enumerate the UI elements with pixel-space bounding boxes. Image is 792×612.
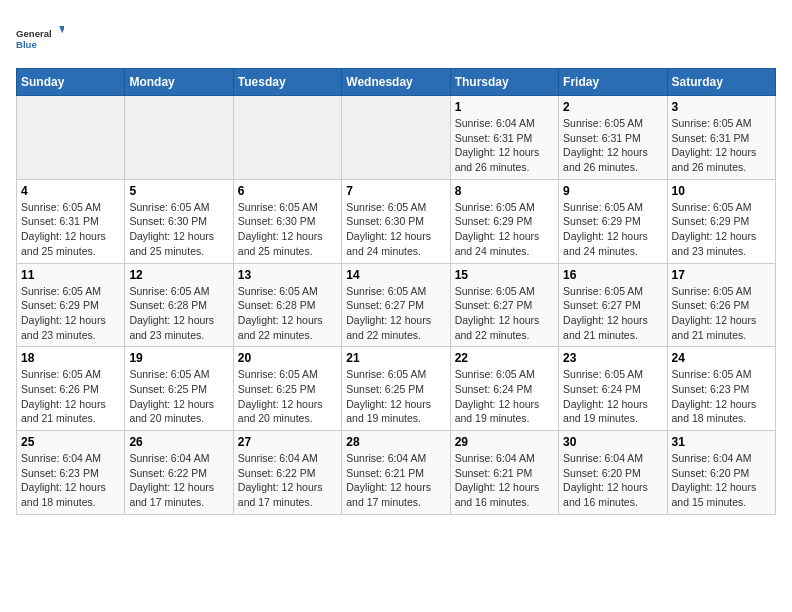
calendar-cell: 8Sunrise: 6:05 AM Sunset: 6:29 PM Daylig… xyxy=(450,179,558,263)
header-day-saturday: Saturday xyxy=(667,69,775,96)
day-info: Sunrise: 6:05 AM Sunset: 6:27 PM Dayligh… xyxy=(346,284,445,343)
day-number: 30 xyxy=(563,435,662,449)
day-number: 31 xyxy=(672,435,771,449)
calendar-cell: 21Sunrise: 6:05 AM Sunset: 6:25 PM Dayli… xyxy=(342,347,450,431)
calendar-cell: 3Sunrise: 6:05 AM Sunset: 6:31 PM Daylig… xyxy=(667,96,775,180)
calendar-cell: 31Sunrise: 6:04 AM Sunset: 6:20 PM Dayli… xyxy=(667,431,775,515)
calendar-week-row-1: 1Sunrise: 6:04 AM Sunset: 6:31 PM Daylig… xyxy=(17,96,776,180)
calendar-cell: 10Sunrise: 6:05 AM Sunset: 6:29 PM Dayli… xyxy=(667,179,775,263)
day-info: Sunrise: 6:04 AM Sunset: 6:21 PM Dayligh… xyxy=(346,451,445,510)
day-info: Sunrise: 6:05 AM Sunset: 6:31 PM Dayligh… xyxy=(21,200,120,259)
header-day-friday: Friday xyxy=(559,69,667,96)
day-info: Sunrise: 6:05 AM Sunset: 6:25 PM Dayligh… xyxy=(238,367,337,426)
day-info: Sunrise: 6:05 AM Sunset: 6:26 PM Dayligh… xyxy=(672,284,771,343)
day-number: 17 xyxy=(672,268,771,282)
header-day-tuesday: Tuesday xyxy=(233,69,341,96)
calendar-cell xyxy=(233,96,341,180)
day-info: Sunrise: 6:05 AM Sunset: 6:27 PM Dayligh… xyxy=(563,284,662,343)
calendar-cell: 18Sunrise: 6:05 AM Sunset: 6:26 PM Dayli… xyxy=(17,347,125,431)
day-info: Sunrise: 6:04 AM Sunset: 6:31 PM Dayligh… xyxy=(455,116,554,175)
header-day-wednesday: Wednesday xyxy=(342,69,450,96)
calendar-table: SundayMondayTuesdayWednesdayThursdayFrid… xyxy=(16,68,776,515)
calendar-cell: 14Sunrise: 6:05 AM Sunset: 6:27 PM Dayli… xyxy=(342,263,450,347)
calendar-cell: 15Sunrise: 6:05 AM Sunset: 6:27 PM Dayli… xyxy=(450,263,558,347)
day-info: Sunrise: 6:04 AM Sunset: 6:20 PM Dayligh… xyxy=(672,451,771,510)
day-number: 3 xyxy=(672,100,771,114)
calendar-cell: 29Sunrise: 6:04 AM Sunset: 6:21 PM Dayli… xyxy=(450,431,558,515)
day-info: Sunrise: 6:05 AM Sunset: 6:29 PM Dayligh… xyxy=(455,200,554,259)
calendar-cell: 24Sunrise: 6:05 AM Sunset: 6:23 PM Dayli… xyxy=(667,347,775,431)
calendar-cell: 23Sunrise: 6:05 AM Sunset: 6:24 PM Dayli… xyxy=(559,347,667,431)
day-number: 1 xyxy=(455,100,554,114)
header: General Blue xyxy=(16,16,776,60)
calendar-header-row: SundayMondayTuesdayWednesdayThursdayFrid… xyxy=(17,69,776,96)
logo-icon: General Blue xyxy=(16,16,64,60)
day-number: 19 xyxy=(129,351,228,365)
day-info: Sunrise: 6:05 AM Sunset: 6:29 PM Dayligh… xyxy=(563,200,662,259)
calendar-cell: 25Sunrise: 6:04 AM Sunset: 6:23 PM Dayli… xyxy=(17,431,125,515)
calendar-cell: 30Sunrise: 6:04 AM Sunset: 6:20 PM Dayli… xyxy=(559,431,667,515)
day-info: Sunrise: 6:05 AM Sunset: 6:25 PM Dayligh… xyxy=(129,367,228,426)
day-info: Sunrise: 6:05 AM Sunset: 6:23 PM Dayligh… xyxy=(672,367,771,426)
header-day-sunday: Sunday xyxy=(17,69,125,96)
day-info: Sunrise: 6:05 AM Sunset: 6:27 PM Dayligh… xyxy=(455,284,554,343)
day-info: Sunrise: 6:05 AM Sunset: 6:28 PM Dayligh… xyxy=(129,284,228,343)
header-day-monday: Monday xyxy=(125,69,233,96)
day-info: Sunrise: 6:04 AM Sunset: 6:20 PM Dayligh… xyxy=(563,451,662,510)
day-number: 16 xyxy=(563,268,662,282)
day-number: 6 xyxy=(238,184,337,198)
calendar-cell: 27Sunrise: 6:04 AM Sunset: 6:22 PM Dayli… xyxy=(233,431,341,515)
day-number: 26 xyxy=(129,435,228,449)
day-info: Sunrise: 6:05 AM Sunset: 6:24 PM Dayligh… xyxy=(455,367,554,426)
day-number: 7 xyxy=(346,184,445,198)
day-info: Sunrise: 6:05 AM Sunset: 6:29 PM Dayligh… xyxy=(21,284,120,343)
calendar-cell: 4Sunrise: 6:05 AM Sunset: 6:31 PM Daylig… xyxy=(17,179,125,263)
calendar-cell: 11Sunrise: 6:05 AM Sunset: 6:29 PM Dayli… xyxy=(17,263,125,347)
calendar-cell: 2Sunrise: 6:05 AM Sunset: 6:31 PM Daylig… xyxy=(559,96,667,180)
header-day-thursday: Thursday xyxy=(450,69,558,96)
svg-text:General: General xyxy=(16,28,52,39)
day-info: Sunrise: 6:05 AM Sunset: 6:28 PM Dayligh… xyxy=(238,284,337,343)
calendar-cell xyxy=(17,96,125,180)
day-number: 23 xyxy=(563,351,662,365)
calendar-cell: 19Sunrise: 6:05 AM Sunset: 6:25 PM Dayli… xyxy=(125,347,233,431)
day-info: Sunrise: 6:04 AM Sunset: 6:22 PM Dayligh… xyxy=(238,451,337,510)
calendar-cell: 9Sunrise: 6:05 AM Sunset: 6:29 PM Daylig… xyxy=(559,179,667,263)
day-info: Sunrise: 6:05 AM Sunset: 6:25 PM Dayligh… xyxy=(346,367,445,426)
day-number: 21 xyxy=(346,351,445,365)
day-info: Sunrise: 6:05 AM Sunset: 6:30 PM Dayligh… xyxy=(129,200,228,259)
day-info: Sunrise: 6:05 AM Sunset: 6:30 PM Dayligh… xyxy=(346,200,445,259)
calendar-cell: 20Sunrise: 6:05 AM Sunset: 6:25 PM Dayli… xyxy=(233,347,341,431)
day-info: Sunrise: 6:05 AM Sunset: 6:31 PM Dayligh… xyxy=(672,116,771,175)
day-number: 20 xyxy=(238,351,337,365)
svg-marker-2 xyxy=(59,26,64,33)
calendar-cell: 28Sunrise: 6:04 AM Sunset: 6:21 PM Dayli… xyxy=(342,431,450,515)
day-number: 28 xyxy=(346,435,445,449)
day-number: 29 xyxy=(455,435,554,449)
day-info: Sunrise: 6:05 AM Sunset: 6:29 PM Dayligh… xyxy=(672,200,771,259)
calendar-cell xyxy=(125,96,233,180)
day-info: Sunrise: 6:05 AM Sunset: 6:31 PM Dayligh… xyxy=(563,116,662,175)
calendar-cell: 17Sunrise: 6:05 AM Sunset: 6:26 PM Dayli… xyxy=(667,263,775,347)
day-number: 14 xyxy=(346,268,445,282)
svg-text:Blue: Blue xyxy=(16,39,37,50)
day-number: 27 xyxy=(238,435,337,449)
calendar-week-row-4: 18Sunrise: 6:05 AM Sunset: 6:26 PM Dayli… xyxy=(17,347,776,431)
day-info: Sunrise: 6:05 AM Sunset: 6:30 PM Dayligh… xyxy=(238,200,337,259)
calendar-cell: 16Sunrise: 6:05 AM Sunset: 6:27 PM Dayli… xyxy=(559,263,667,347)
day-number: 10 xyxy=(672,184,771,198)
day-number: 9 xyxy=(563,184,662,198)
day-info: Sunrise: 6:04 AM Sunset: 6:21 PM Dayligh… xyxy=(455,451,554,510)
day-number: 13 xyxy=(238,268,337,282)
calendar-cell xyxy=(342,96,450,180)
day-info: Sunrise: 6:04 AM Sunset: 6:23 PM Dayligh… xyxy=(21,451,120,510)
day-number: 15 xyxy=(455,268,554,282)
calendar-week-row-2: 4Sunrise: 6:05 AM Sunset: 6:31 PM Daylig… xyxy=(17,179,776,263)
day-number: 11 xyxy=(21,268,120,282)
day-info: Sunrise: 6:05 AM Sunset: 6:24 PM Dayligh… xyxy=(563,367,662,426)
calendar-cell: 5Sunrise: 6:05 AM Sunset: 6:30 PM Daylig… xyxy=(125,179,233,263)
calendar-cell: 22Sunrise: 6:05 AM Sunset: 6:24 PM Dayli… xyxy=(450,347,558,431)
calendar-week-row-5: 25Sunrise: 6:04 AM Sunset: 6:23 PM Dayli… xyxy=(17,431,776,515)
day-number: 18 xyxy=(21,351,120,365)
logo: General Blue xyxy=(16,16,64,60)
